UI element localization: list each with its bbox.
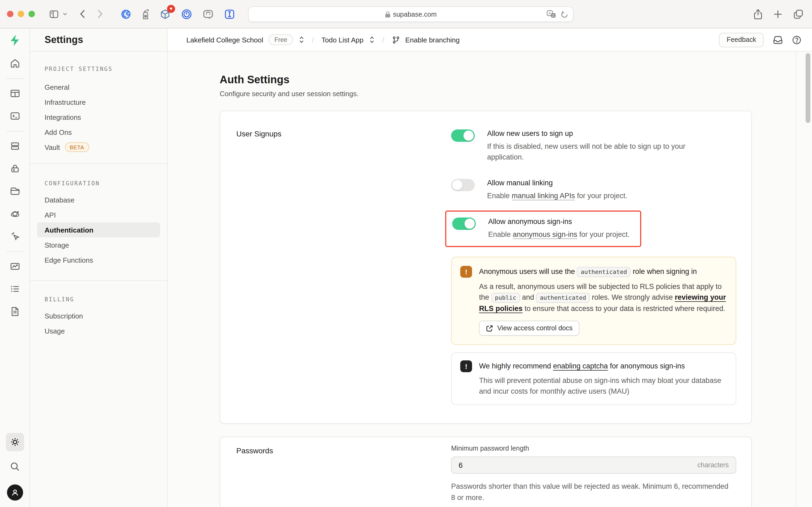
supabase-logo[interactable]	[8, 34, 21, 47]
section-label: BILLING	[45, 296, 167, 302]
spray-bottle-extension-icon[interactable]	[142, 8, 149, 19]
sidebar-item-database[interactable]: Database	[37, 192, 160, 207]
scrollbar-track[interactable]	[796, 52, 812, 507]
org-select-chevrons-icon[interactable]	[299, 36, 304, 44]
toggle-description: Enable anonymous sign-ins for your proje…	[488, 229, 630, 240]
min-password-length-field: characters	[451, 456, 736, 474]
translate-icon[interactable]: A文	[547, 10, 556, 18]
settings-icon[interactable]	[6, 433, 24, 451]
package-extension-icon[interactable]: ♥	[160, 8, 171, 19]
feedback-button[interactable]: Feedback	[719, 33, 764, 47]
zoom-window-button[interactable]	[28, 11, 35, 17]
sidebar-item-usage[interactable]: Usage	[37, 323, 160, 338]
toggle-description: Enable manual linking APIs for your proj…	[487, 191, 627, 202]
auth-icon[interactable]	[7, 161, 23, 177]
toolbar-right	[753, 0, 803, 29]
rail-divider	[6, 131, 23, 131]
new-tab-icon[interactable]	[773, 10, 782, 19]
handset-extension-icon[interactable]	[202, 8, 214, 19]
sidebar-toggle-icon[interactable]	[49, 9, 59, 19]
allow-new-users-toggle[interactable]	[451, 129, 475, 142]
warning-body: As a result, anonymous users will be sub…	[479, 281, 727, 314]
sql-editor-icon[interactable]	[7, 108, 23, 124]
enable-branching-button[interactable]: Enable branching	[405, 36, 459, 44]
toggle-label: Allow new users to sign up	[487, 129, 711, 137]
sidebar-item-subscription[interactable]: Subscription	[37, 308, 160, 323]
anonymous-signins-toggle[interactable]	[452, 218, 476, 230]
edge-functions-icon[interactable]	[7, 206, 23, 222]
sidebar-item-infrastructure[interactable]: Infrastructure	[37, 95, 160, 110]
sidebar-item-edge-functions[interactable]: Edge Functions	[37, 252, 160, 268]
sidebar-item-integrations[interactable]: Integrations	[37, 110, 160, 125]
project-select-chevrons-icon[interactable]	[369, 36, 374, 44]
browser-toolbar: ♥ supabase.com A文	[0, 0, 812, 29]
manual-linking-toggle[interactable]	[451, 179, 475, 191]
breadcrumb-separator: /	[382, 36, 384, 44]
anonymous-signins-link[interactable]: anonymous sign-ins	[513, 230, 577, 238]
svg-text:A: A	[548, 11, 551, 15]
back-button[interactable]	[79, 9, 85, 19]
password-helper-text: Passwords shorter than this value will b…	[451, 481, 731, 503]
min-password-length-input[interactable]	[459, 461, 697, 469]
rail-divider	[6, 251, 23, 251]
close-window-button[interactable]	[7, 11, 13, 17]
tab-overview-icon[interactable]	[793, 9, 803, 19]
extension-icons: ♥	[120, 8, 235, 19]
icon-rail	[0, 29, 30, 507]
sidebar-divider	[30, 163, 167, 164]
user-signups-card: User Signups Allow new users to sign up …	[220, 111, 752, 424]
manual-linking-apis-link[interactable]: manual linking APIs	[512, 192, 575, 200]
warning-title: Anonymous users will use the authenticat…	[479, 266, 727, 278]
sidebar-item-general[interactable]: General	[37, 79, 160, 95]
view-access-control-docs-button[interactable]: View access control docs	[479, 321, 579, 336]
settings-sidebar: Settings PROJECT SETTINGS General Infras…	[30, 29, 168, 507]
realtime-icon[interactable]	[7, 228, 23, 244]
passwords-card: Passwords Minimum password length charac…	[220, 437, 752, 507]
setting-allow-new-users: Allow new users to sign up If this is di…	[451, 129, 736, 163]
table-editor-icon[interactable]	[7, 86, 23, 102]
nav-section-billing: BILLING Subscription Usage	[30, 296, 167, 338]
sidebar-item-api[interactable]: API	[37, 207, 160, 222]
recommendation-body: This will prevent potential abuse on sig…	[479, 376, 727, 397]
share-icon[interactable]	[753, 9, 763, 19]
sidebar-item-storage[interactable]: Storage	[37, 237, 160, 252]
search-icon[interactable]	[7, 459, 23, 475]
sidebar-divider	[30, 280, 167, 281]
toggle-label: Allow anonymous sign-ins	[488, 218, 630, 226]
svg-text:文: 文	[552, 13, 555, 17]
chevron-down-icon[interactable]	[62, 11, 68, 17]
sidebar-item-add-ons[interactable]: Add Ons	[37, 125, 160, 139]
org-name[interactable]: Lakefield College School	[186, 36, 263, 44]
storage-icon[interactable]	[7, 183, 23, 199]
forward-button[interactable]	[97, 9, 103, 19]
beta-badge: BETA	[65, 142, 89, 152]
reports-icon[interactable]	[7, 258, 23, 274]
plan-badge: Free	[269, 35, 293, 45]
inbox-icon[interactable]	[773, 35, 783, 44]
sidebar-title: Settings	[30, 29, 167, 52]
onepassword-extension-icon[interactable]	[181, 8, 192, 19]
reload-icon[interactable]	[561, 10, 568, 18]
address-bar[interactable]: supabase.com A文	[248, 6, 574, 22]
toggle-label: Allow manual linking	[487, 179, 627, 187]
help-icon[interactable]	[792, 35, 801, 44]
git-branch-icon	[392, 36, 400, 44]
minimize-window-button[interactable]	[18, 11, 24, 17]
enabling-captcha-link[interactable]: enabling captcha	[553, 362, 608, 370]
external-link-icon	[486, 325, 493, 332]
scrollbar-thumb[interactable]	[806, 53, 810, 123]
timer-extension-icon[interactable]	[120, 8, 131, 19]
database-icon[interactable]	[7, 138, 23, 154]
project-name[interactable]: Todo List App	[322, 36, 363, 44]
sidebar-item-authentication[interactable]: Authentication	[37, 222, 160, 237]
instapaper-extension-icon[interactable]	[224, 8, 235, 19]
logs-icon[interactable]	[7, 281, 23, 297]
sidebar-item-vault[interactable]: Vault BETA	[37, 139, 160, 155]
home-icon[interactable]	[7, 55, 23, 71]
user-avatar[interactable]	[7, 485, 23, 501]
alert-icon: !	[460, 360, 472, 372]
toggle-description: If this is disabled, new users will not …	[487, 141, 711, 163]
characters-unit: characters	[697, 461, 729, 469]
api-docs-icon[interactable]	[7, 303, 23, 320]
url-text: supabase.com	[393, 10, 437, 18]
